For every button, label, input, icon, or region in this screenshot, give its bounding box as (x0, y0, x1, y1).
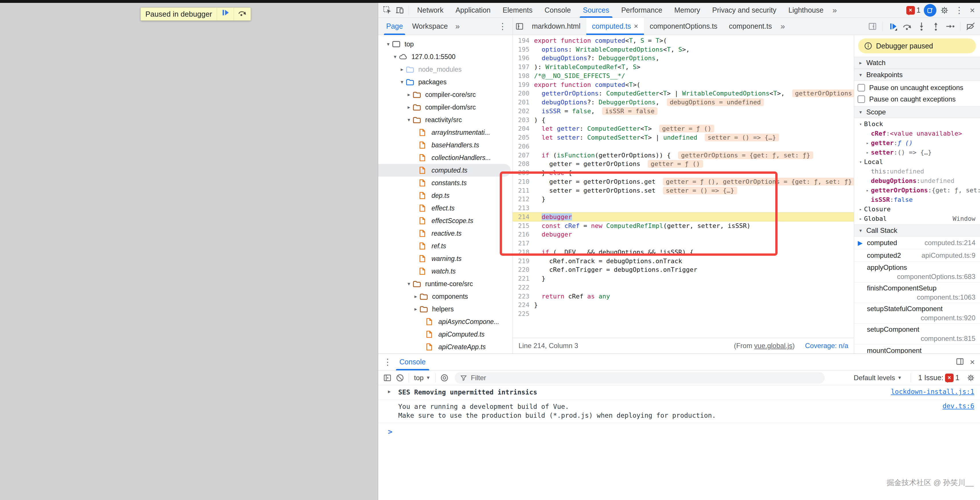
breakpoint-option-pause-on-caught-exceptions[interactable]: Pause on caught exceptions (854, 94, 980, 105)
console-source-link[interactable]: lockdown-install.js:1 (891, 388, 974, 395)
tree-file-apiasynccompone[interactable]: apiAsyncCompone... (378, 315, 512, 328)
console-issues-counter[interactable]: 1 Issue: × 1 (916, 374, 961, 382)
context-selector[interactable]: top▼ (411, 374, 433, 382)
tree-folder-reactivity-src[interactable]: ▾reactivity/src (378, 113, 512, 126)
console-sidebar-icon[interactable] (381, 371, 394, 384)
scope-var-this[interactable]: this: undefined (854, 167, 980, 176)
breakpoints-section-header[interactable]: ▾ Breakpoints (854, 69, 980, 81)
collapse-navigator-icon[interactable] (513, 20, 526, 33)
checkbox-unchecked[interactable] (858, 96, 865, 103)
navigator-more-tabs-icon[interactable]: » (452, 22, 463, 31)
step-over-icon[interactable] (900, 20, 914, 33)
tree-file-basehandlers-ts[interactable]: baseHandlers.ts (378, 139, 512, 151)
tree-file-watch-ts[interactable]: watch.ts (378, 265, 512, 277)
tree-file-apicreateapp-ts[interactable]: apiCreateApp.ts (378, 341, 512, 353)
call-stack-frame-finishcomponentsetup[interactable]: finishComponentSetupcomponent.ts:1063 (854, 282, 980, 303)
tab-elements[interactable]: Elements (496, 3, 538, 18)
tree-folder-127-0-0-1-5500[interactable]: ▾127.0.0.1:5500 (378, 51, 512, 63)
scope-var-getter[interactable]: ▸getter: ƒ () (854, 138, 980, 148)
call-stack-frame-setupstatefulcomponent[interactable]: setupStatefulComponentcomponent.ts:920 (854, 303, 980, 324)
kebab-menu-icon[interactable]: ⋮ (953, 5, 966, 15)
code-line[interactable]: 211 setter = getterOrOptions.setsetter =… (513, 186, 854, 195)
scope-group-global[interactable]: ▸GlobalWindow (854, 214, 980, 223)
close-tab-icon[interactable]: × (634, 22, 638, 31)
coverage-link[interactable]: Coverage: n/a (805, 342, 848, 350)
editor-more-tabs-icon[interactable]: » (778, 22, 788, 31)
watch-section-header[interactable]: ▸ Watch (854, 57, 980, 69)
tree-folder-node-modules[interactable]: ▸node_modules (378, 63, 512, 76)
drawer-kebab-icon[interactable]: ⋮ (381, 357, 394, 367)
editor-tab-markdown-html[interactable]: markdown.html (526, 18, 586, 35)
scope-var-getteroroptions[interactable]: ▸getterOrOptions: {get: ƒ, set: ƒ} (854, 185, 980, 195)
banner-step-over-button[interactable] (234, 8, 251, 20)
tree-folder-runtime-core-src[interactable]: ▾runtime-core/src (378, 277, 512, 290)
call-stack-frame-applyoptions[interactable]: applyOptionscomponentOptions.ts:683 (854, 262, 980, 282)
tab-console[interactable]: Console (394, 354, 431, 370)
scope-group-block[interactable]: ▾Block (854, 119, 980, 129)
code-line[interactable]: 204 let getter: ComputedGetter<T>getter … (513, 124, 854, 133)
tab-sources[interactable]: Sources (577, 3, 615, 18)
tree-file-effect-ts[interactable]: effect.ts (378, 202, 512, 215)
navigator-tab-page[interactable]: Page (382, 18, 407, 35)
tab-application[interactable]: Application (450, 3, 496, 18)
code-line[interactable]: 207 if (isFunction(getterOrOptions)) {ge… (513, 151, 854, 160)
tab-console[interactable]: Console (538, 3, 577, 18)
scope-group-local[interactable]: ▾Local (854, 157, 980, 167)
scope-group-closure[interactable]: ▸Closure (854, 204, 980, 214)
source-map-link[interactable]: vue.global.js (754, 342, 792, 349)
close-devtools-icon[interactable]: × (967, 5, 977, 15)
code-line[interactable]: 225 (513, 309, 854, 318)
issues-counter[interactable]: × 1 (905, 6, 923, 14)
tab-lighthouse[interactable]: Lighthouse (783, 3, 829, 18)
expand-triangle-icon[interactable]: ▶ (388, 389, 391, 394)
settings-gear-icon[interactable] (938, 4, 951, 17)
editor-tab-computed-ts[interactable]: computed.ts× (586, 18, 644, 35)
scope-var-cref[interactable]: cRef: <value unavailable> (854, 129, 980, 138)
tree-folder-packages[interactable]: ▾packages (378, 76, 512, 88)
tree-file-constants-ts[interactable]: constants.ts (378, 177, 512, 189)
code-line[interactable]: 220 cRef.onTrigger = debugOptions.onTrig… (513, 266, 854, 274)
code-line[interactable]: 203) { (513, 116, 854, 124)
call-stack-section-header[interactable]: ▾ Call Stack (854, 225, 980, 237)
scope-var-debugoptions[interactable]: debugOptions: undefined (854, 176, 980, 185)
call-stack-frame-computed[interactable]: ▶computedcomputed.ts:214 (854, 237, 980, 249)
tree-file-collectionhandlers[interactable]: collectionHandlers... (378, 151, 512, 164)
step-out-icon[interactable] (929, 20, 942, 33)
code-line[interactable]: 202 isSSR = false,isSSR = false (513, 107, 854, 116)
code-line[interactable]: 212 } (513, 195, 854, 204)
code-line[interactable]: 219 cRef.onTrack = debugOptions.onTrack (513, 256, 854, 266)
console-message-1[interactable]: You are running a development build of V… (378, 400, 980, 423)
scope-section-header[interactable]: ▾ Scope (854, 106, 980, 118)
console-source-link[interactable]: dev.ts:6 (942, 402, 974, 410)
editor-tab-component-ts[interactable]: component.ts (723, 18, 778, 35)
code-line[interactable]: 205 let setter: ComputedSetter<T> | unde… (513, 133, 854, 142)
code-area[interactable]: 194export function computed<T, S = T>(19… (513, 35, 854, 338)
console-message-0[interactable]: ▶SES Removing unpermitted intrinsicslock… (378, 385, 980, 400)
navigator-kebab-icon[interactable]: ⋮ (496, 21, 509, 31)
more-tabs-icon[interactable]: » (829, 6, 840, 15)
code-line[interactable]: 221 } (513, 274, 854, 283)
close-drawer-icon[interactable]: × (967, 357, 977, 367)
tree-file-reactive-ts[interactable]: reactive.ts (378, 227, 512, 240)
code-line[interactable]: 222 (513, 283, 854, 292)
navigator-tab-workspace[interactable]: Workspace (407, 18, 452, 35)
tree-folder-components[interactable]: ▸components (378, 290, 512, 303)
console-prompt-row[interactable]: > (378, 423, 980, 436)
code-line[interactable]: 197): WritableComputedRef<T, S> (513, 62, 854, 72)
code-line[interactable]: 198/*@__NO_SIDE_EFFECTS__*/ (513, 72, 854, 80)
code-line[interactable]: 218 if (__DEV__ && debugOptions && !isSS… (513, 248, 854, 256)
code-line[interactable]: 208 getter = getterOrOptionsgetter = ƒ (… (513, 160, 854, 169)
step-into-icon[interactable] (915, 20, 928, 33)
code-line[interactable]: 216 debugger (513, 230, 854, 239)
tree-file-effectscope-ts[interactable]: effectScope.ts (378, 215, 512, 227)
clear-console-icon[interactable] (394, 371, 406, 384)
code-line[interactable]: 196 debugOptions?: DebuggerOptions, (513, 54, 854, 63)
inspect-element-icon[interactable] (381, 4, 394, 17)
tab-memory[interactable]: Memory (668, 3, 706, 18)
editor-tab-componentoptions-ts[interactable]: componentOptions.ts (644, 18, 723, 35)
device-toolbar-icon[interactable] (394, 4, 406, 17)
tree-folder-compiler-core-src[interactable]: ▸compiler-core/src (378, 88, 512, 101)
dock-drawer-icon[interactable] (955, 357, 964, 367)
breakpoint-option-pause-on-uncaught-exceptions[interactable]: Pause on uncaught exceptions (854, 82, 980, 94)
deactivate-breakpoints-icon[interactable] (964, 20, 977, 33)
